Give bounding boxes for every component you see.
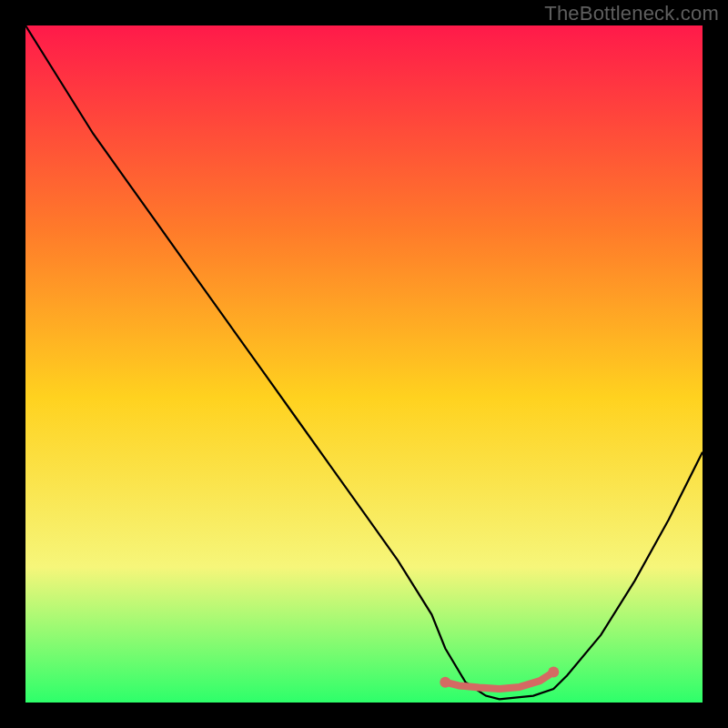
plot-area bbox=[25, 25, 703, 703]
optimal-range-dot bbox=[548, 667, 559, 678]
optimal-range-dot bbox=[440, 677, 450, 688]
gradient-background bbox=[25, 25, 703, 703]
chart-frame: TheBottleneck.com bbox=[0, 0, 728, 728]
bottleneck-chart bbox=[25, 25, 703, 703]
watermark-text: TheBottleneck.com bbox=[544, 2, 719, 25]
